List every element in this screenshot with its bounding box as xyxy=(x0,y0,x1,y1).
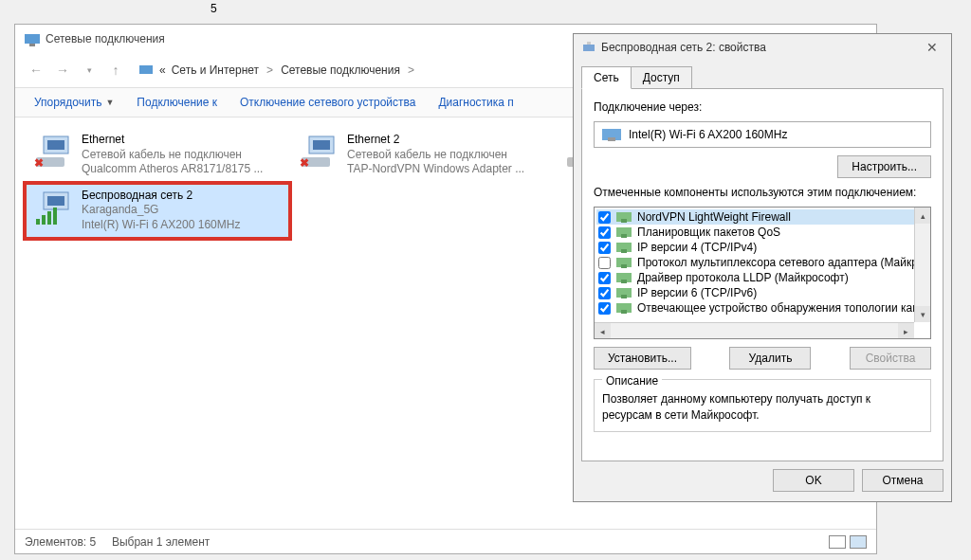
remove-button[interactable]: Удалить xyxy=(729,347,811,370)
svg-text:✖: ✖ xyxy=(300,156,309,170)
svg-rect-25 xyxy=(621,219,627,223)
protocol-icon xyxy=(616,211,632,223)
component-row[interactable]: IP версии 6 (TCP/IPv6) xyxy=(596,285,928,300)
svg-rect-37 xyxy=(621,310,627,314)
connection-status: Сетевой кабель не подключен xyxy=(82,148,263,163)
component-checkbox[interactable] xyxy=(598,272,611,284)
breadcrumb-item[interactable]: Сеть и Интернет xyxy=(172,63,259,77)
svg-rect-15 xyxy=(47,196,64,206)
svg-text:✖: ✖ xyxy=(34,156,44,170)
forward-button[interactable]: → xyxy=(51,59,74,81)
tab-access[interactable]: Доступ xyxy=(631,66,692,89)
step-marker: 5 xyxy=(211,2,217,15)
connection-name: Ethernet 2 xyxy=(347,133,524,148)
chevron-down-icon: ▼ xyxy=(105,98,114,107)
svg-rect-16 xyxy=(36,219,40,225)
view-details-icon[interactable] xyxy=(829,535,846,549)
dialog-title: Беспроводная сеть 2: свойства xyxy=(601,41,766,54)
component-row[interactable]: Протокол мультиплексора сетевого адаптер… xyxy=(596,255,928,270)
cancel-label: Отмена xyxy=(882,474,923,487)
component-checkbox[interactable] xyxy=(598,287,611,299)
connection-item[interactable]: ✖EthernetСетевой кабель не подключенQual… xyxy=(25,127,290,183)
component-row[interactable]: Драйвер протокола LLDP (Майкрософт) xyxy=(596,270,928,285)
ok-button[interactable]: OK xyxy=(773,469,854,492)
svg-rect-23 xyxy=(608,137,615,141)
scroll-down-icon[interactable]: ▾ xyxy=(915,306,931,322)
tab-access-label: Доступ xyxy=(643,71,680,84)
protocol-icon xyxy=(616,272,632,283)
scroll-up-icon[interactable]: ▴ xyxy=(915,208,931,224)
back-button[interactable]: ← xyxy=(25,59,47,81)
connection-name: Ethernet xyxy=(82,133,263,148)
component-label: IP версии 4 (TCP/IPv4) xyxy=(637,241,757,254)
recent-dropdown[interactable]: ▾ xyxy=(78,59,101,81)
properties-button: Свойства xyxy=(850,347,931,370)
component-row[interactable]: Планировщик пакетов QoS xyxy=(596,225,928,240)
connection-device: Intel(R) Wi-Fi 6 AX200 160MHz xyxy=(82,218,240,233)
component-checkbox[interactable] xyxy=(598,302,611,315)
connect-via-label: Подключение через: xyxy=(594,100,931,114)
component-label: Планировщик пакетов QoS xyxy=(637,226,780,239)
configure-label: Настроить... xyxy=(852,160,917,173)
svg-rect-0 xyxy=(25,34,40,44)
description-text: Позволяет данному компьютеру получать до… xyxy=(602,391,923,424)
component-checkbox[interactable] xyxy=(598,226,611,239)
connect-to-button[interactable]: Подключение к xyxy=(129,92,225,113)
description-group: Описание Позволяет данному компьютеру по… xyxy=(594,379,931,432)
connection-status: Сетевой кабель не подключен xyxy=(347,148,524,163)
svg-rect-19 xyxy=(53,208,57,225)
component-row[interactable]: Отвечающее устройство обнаружения тополо… xyxy=(596,300,928,316)
disable-label: Отключение сетевого устройства xyxy=(240,96,415,109)
adapter-properties-dialog: Беспроводная сеть 2: свойства ✕ Сеть Дос… xyxy=(573,33,952,502)
close-button[interactable]: ✕ xyxy=(921,40,944,55)
adapter-name: Intel(R) Wi-Fi 6 AX200 160MHz xyxy=(629,128,787,141)
install-button[interactable]: Установить... xyxy=(594,347,691,370)
cancel-button[interactable]: Отмена xyxy=(862,469,944,492)
scrollbar-vertical[interactable]: ▴ ▾ xyxy=(914,208,930,322)
scrollbar-horizontal[interactable]: ◂ ▸ xyxy=(595,322,914,338)
component-checkbox[interactable] xyxy=(598,242,611,254)
disable-device-button[interactable]: Отключение сетевого устройства xyxy=(232,92,423,113)
component-row[interactable]: IP версии 4 (TCP/IPv4) xyxy=(596,240,928,255)
connection-name: Беспроводная сеть 2 xyxy=(82,189,240,204)
configure-button[interactable]: Настроить... xyxy=(837,155,931,178)
component-checkbox[interactable] xyxy=(598,257,611,269)
connection-icon: ✖ xyxy=(296,133,341,171)
breadcrumb-prefix: « xyxy=(159,63,166,77)
dialog-footer: OK Отмена xyxy=(574,469,951,501)
component-row[interactable]: NordVPN LightWeight Firewall xyxy=(596,209,928,225)
organize-button[interactable]: Упорядочить▼ xyxy=(27,92,121,113)
connection-item[interactable]: ✖Ethernet 2Сетевой кабель не подключенTA… xyxy=(290,127,556,183)
properties-label: Свойства xyxy=(866,352,916,365)
diagnostics-button[interactable]: Диагностика п xyxy=(431,92,521,113)
view-tiles-icon[interactable] xyxy=(850,535,867,549)
dialog-title-bar[interactable]: Беспроводная сеть 2: свойства ✕ xyxy=(574,34,951,61)
element-count: Элементов: 5 xyxy=(25,535,96,549)
component-label: Протокол мультиплексора сетевого адаптер… xyxy=(637,256,925,269)
tab-network[interactable]: Сеть xyxy=(581,66,632,89)
up-button[interactable]: ↑ xyxy=(104,59,127,81)
address-bar[interactable]: « Сеть и Интернет > Сетевые подключения … xyxy=(131,59,424,81)
connection-status: Karaganda_5G xyxy=(82,203,240,218)
ok-label: OK xyxy=(805,474,821,487)
svg-rect-27 xyxy=(621,234,627,238)
component-label: IP версии 6 (TCP/IPv6) xyxy=(637,286,757,299)
svg-rect-18 xyxy=(47,211,51,225)
protocol-icon xyxy=(616,302,632,314)
network-icon xyxy=(138,63,154,78)
remove-label: Удалить xyxy=(749,352,793,365)
svg-rect-21 xyxy=(587,42,591,45)
components-hint: Отмеченные компоненты используются этим … xyxy=(594,186,931,199)
connection-item[interactable]: Беспроводная сеть 2Karaganda_5GIntel(R) … xyxy=(25,183,290,239)
adapter-icon xyxy=(581,40,596,55)
svg-rect-29 xyxy=(621,249,627,253)
scroll-right-icon[interactable]: ▸ xyxy=(898,323,914,339)
component-checkbox[interactable] xyxy=(598,211,611,224)
breadcrumb-separator: > xyxy=(266,63,273,77)
components-list[interactable]: NordVPN LightWeight FirewallПланировщик … xyxy=(594,207,931,339)
scroll-left-icon[interactable]: ◂ xyxy=(595,323,611,339)
breadcrumb-item[interactable]: Сетевые подключения xyxy=(281,63,400,77)
protocol-icon xyxy=(616,287,632,298)
window-title: Сетевые подключения xyxy=(46,32,165,45)
component-label: Драйвер протокола LLDP (Майкрософт) xyxy=(637,271,849,284)
